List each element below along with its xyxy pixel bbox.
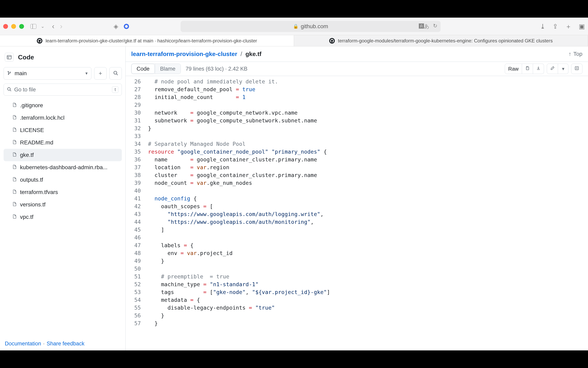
privacy-shield-icon[interactable]: ◈: [114, 23, 118, 30]
line-number[interactable]: 33: [126, 132, 141, 140]
code-view-button[interactable]: Code: [131, 64, 155, 74]
file-icon: [12, 214, 17, 221]
close-window-button[interactable]: [3, 24, 8, 29]
chevron-down-icon[interactable]: ⌄: [41, 24, 44, 29]
downloads-icon[interactable]: ⤓: [540, 23, 545, 30]
file-tree-item[interactable]: kubernetes-dashboard-admin.rba...: [4, 161, 122, 174]
share-feedback-link[interactable]: Share feedback: [46, 340, 84, 347]
line-number[interactable]: 39: [126, 179, 141, 187]
line-number[interactable]: 35: [126, 148, 141, 156]
github-favicon-icon: [329, 38, 335, 44]
sidebar-title: Code: [18, 54, 34, 61]
code-line: name = google_container_cluster.primary.…: [148, 156, 330, 163]
forward-button[interactable]: ›: [60, 23, 62, 30]
pencil-icon: [550, 66, 555, 72]
reload-icon[interactable]: ↻: [433, 23, 437, 30]
file-tree-item-label: versions.tf: [20, 201, 46, 208]
line-number[interactable]: 38: [126, 171, 141, 179]
search-repo-button[interactable]: [110, 67, 122, 80]
share-icon[interactable]: ⇪: [553, 23, 558, 30]
jump-to-top-button[interactable]: ↑ Top: [569, 51, 582, 57]
file-tree-item[interactable]: terraform.tfvars: [4, 186, 122, 198]
code-line: metadata = {: [148, 296, 330, 304]
line-number[interactable]: 57: [126, 319, 141, 327]
file-tree-item[interactable]: README.md: [4, 136, 122, 149]
branch-name: main: [15, 70, 27, 77]
file-tree-item[interactable]: LICENSE: [4, 124, 122, 136]
line-number[interactable]: 44: [126, 218, 141, 226]
line-number[interactable]: 46: [126, 234, 141, 241]
explorer-toggle-icon[interactable]: [5, 53, 14, 62]
line-number[interactable]: 26: [126, 78, 141, 85]
line-number[interactable]: 47: [126, 241, 141, 249]
raw-button[interactable]: Raw: [505, 64, 522, 74]
sidebar-toggle-icon[interactable]: [30, 24, 37, 29]
line-number[interactable]: 29: [126, 101, 141, 109]
address-bar[interactable]: 🔒 github.com 🅰あ ↻: [181, 21, 441, 32]
line-number[interactable]: 43: [126, 210, 141, 218]
line-number[interactable]: 40: [126, 187, 141, 195]
line-number[interactable]: 51: [126, 273, 141, 280]
line-number[interactable]: 45: [126, 226, 141, 234]
code-line: # Separately Managed Node Pool: [148, 140, 330, 148]
code-line: }: [148, 257, 330, 265]
line-number[interactable]: 54: [126, 296, 141, 304]
code-view[interactable]: 2627282930313233343536373839404142434445…: [126, 76, 588, 350]
new-tab-icon[interactable]: ＋: [565, 23, 572, 30]
line-number[interactable]: 49: [126, 257, 141, 265]
add-file-button[interactable]: +: [94, 67, 107, 80]
copy-button[interactable]: [522, 64, 533, 74]
line-number[interactable]: 28: [126, 93, 141, 101]
file-tree-item[interactable]: .terraform.lock.hcl: [4, 112, 122, 124]
code-line: [148, 234, 330, 241]
line-number[interactable]: 52: [126, 280, 141, 288]
code-line: env = var.project_id: [148, 249, 330, 257]
file-toolbar: Code Blame 79 lines (63 loc) · 2.42 KB R…: [126, 62, 588, 76]
file-tree-item[interactable]: outputs.tf: [4, 174, 122, 186]
tab-overview-icon[interactable]: ▣: [579, 23, 585, 30]
code-line: resource "google_container_node_pool" "p…: [148, 148, 330, 156]
back-button[interactable]: ‹: [52, 23, 55, 30]
line-number[interactable]: 30: [126, 109, 141, 117]
minimize-window-button[interactable]: [11, 24, 16, 29]
zoom-window-button[interactable]: [19, 24, 24, 29]
symbols-button[interactable]: [571, 64, 582, 74]
file-tree-item-label: terraform.tfvars: [20, 189, 58, 195]
line-number[interactable]: 27: [126, 85, 141, 93]
line-number[interactable]: 48: [126, 249, 141, 257]
translate-icon[interactable]: 🅰あ: [419, 23, 429, 30]
line-number[interactable]: 32: [126, 124, 141, 132]
line-number[interactable]: 37: [126, 163, 141, 171]
branch-select[interactable]: main ▾: [4, 67, 92, 80]
site-settings-icon[interactable]: [124, 24, 129, 29]
browser-tab-1[interactable]: terraform-google-modules/terraform-googl…: [294, 35, 588, 46]
line-number[interactable]: 41: [126, 195, 141, 202]
file-icon: [12, 201, 17, 208]
file-explorer-sidebar: Code main ▾ +: [0, 46, 126, 350]
chevron-down-icon: ▾: [85, 71, 88, 76]
browser-tab-0[interactable]: learn-terraform-provision-gke-cluster/gk…: [0, 35, 294, 46]
line-number[interactable]: 56: [126, 312, 141, 319]
file-tree-item[interactable]: .gitignore: [4, 99, 122, 112]
blame-view-button[interactable]: Blame: [155, 64, 181, 74]
line-number[interactable]: 34: [126, 140, 141, 148]
documentation-link[interactable]: Documentation: [5, 340, 41, 347]
line-number[interactable]: 42: [126, 202, 141, 210]
keyboard-hint: t: [112, 86, 118, 93]
edit-menu-button[interactable]: ▾: [558, 64, 568, 74]
line-number[interactable]: 50: [126, 265, 141, 273]
line-number[interactable]: 31: [126, 117, 141, 124]
edit-button[interactable]: [547, 64, 558, 74]
file-tree-item[interactable]: gke.tf: [4, 149, 122, 161]
file-tree-item[interactable]: vpc.tf: [4, 211, 122, 223]
download-button[interactable]: [533, 64, 544, 74]
file-tree-item[interactable]: versions.tf: [4, 198, 122, 211]
svg-rect-7: [526, 67, 529, 70]
line-number[interactable]: 36: [126, 156, 141, 163]
svg-point-5: [8, 87, 10, 90]
line-number[interactable]: 55: [126, 304, 141, 312]
file-filter-input[interactable]: Go to file t: [4, 83, 122, 96]
line-number[interactable]: 53: [126, 288, 141, 296]
breadcrumb-repo-link[interactable]: learn-terraform-provision-gke-cluster: [131, 51, 237, 57]
file-tree-item-label: kubernetes-dashboard-admin.rba...: [20, 164, 107, 171]
